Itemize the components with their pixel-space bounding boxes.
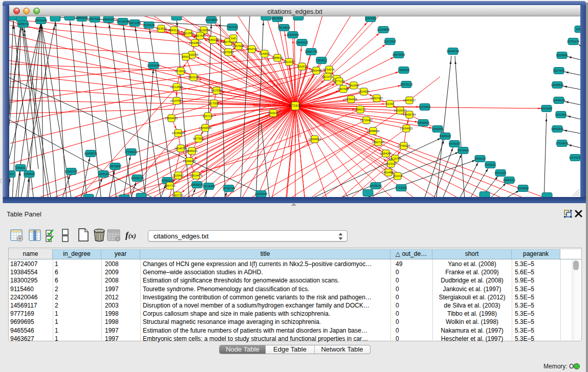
svg-text:9684067: 9684067 <box>380 152 391 155</box>
svg-text:9527505: 9527505 <box>194 34 206 37</box>
svg-text:13226058: 13226058 <box>198 29 210 32</box>
svg-text:2803144: 2803144 <box>188 76 199 79</box>
svg-text:13654923: 13654923 <box>400 127 413 130</box>
svg-text:7955812: 7955812 <box>316 59 327 62</box>
svg-text:62160: 62160 <box>386 102 394 105</box>
svg-text:10975867: 10975867 <box>109 165 122 168</box>
svg-text:1930027: 1930027 <box>268 112 279 115</box>
svg-text:10958107: 10958107 <box>191 183 204 186</box>
svg-text:2935114: 2935114 <box>474 157 485 160</box>
svg-text:12213563: 12213563 <box>170 85 183 89</box>
svg-text:18724007: 18724007 <box>288 104 303 107</box>
svg-text:16961755: 16961755 <box>305 50 318 53</box>
svg-text:14120746: 14120746 <box>389 157 402 160</box>
svg-text:16154808: 16154808 <box>377 28 390 31</box>
svg-text:7357224: 7357224 <box>227 26 238 29</box>
svg-text:10025438: 10025438 <box>394 109 407 112</box>
svg-text:19218506: 19218506 <box>278 26 291 29</box>
svg-text:2718119: 2718119 <box>175 70 186 73</box>
svg-text:20206576: 20206576 <box>84 152 97 155</box>
svg-text:5875685: 5875685 <box>223 51 234 54</box>
svg-text:20364436: 20364436 <box>345 98 358 101</box>
svg-text:2087682: 2087682 <box>365 17 376 20</box>
svg-text:13495794: 13495794 <box>403 113 416 116</box>
svg-text:9227342: 9227342 <box>553 69 564 72</box>
svg-text:19166825: 19166825 <box>172 132 185 135</box>
svg-text:13975125: 13975125 <box>400 83 413 86</box>
svg-text:9777169: 9777169 <box>334 80 345 83</box>
svg-text:1621072: 1621072 <box>322 75 333 78</box>
svg-text:16914479: 16914479 <box>190 174 203 177</box>
svg-text:15751074: 15751074 <box>567 40 580 43</box>
svg-text:16671355: 16671355 <box>128 21 141 25</box>
svg-text:19384554: 19384554 <box>309 138 321 141</box>
svg-text:10688609: 10688609 <box>367 129 380 133</box>
svg-text:7625402: 7625402 <box>172 174 184 177</box>
svg-text:8471626: 8471626 <box>495 171 506 174</box>
svg-text:1615112: 1615112 <box>385 162 396 165</box>
svg-text:17359924: 17359924 <box>125 150 138 154</box>
svg-text:9245682: 9245682 <box>517 187 529 190</box>
svg-text:16046768: 16046768 <box>175 147 187 150</box>
svg-text:21053346: 21053346 <box>147 64 160 67</box>
svg-text:1145119: 1145119 <box>98 172 109 176</box>
svg-text:9115460: 9115460 <box>419 105 430 108</box>
svg-text:98901: 98901 <box>182 55 190 58</box>
svg-text:9657779: 9657779 <box>172 194 183 197</box>
svg-text:20691406: 20691406 <box>35 19 48 22</box>
svg-text:1640954: 1640954 <box>432 127 443 130</box>
svg-text:12342757: 12342757 <box>65 170 78 173</box>
svg-text:39151: 39151 <box>9 172 14 176</box>
svg-text:7485093: 7485093 <box>398 69 409 72</box>
svg-text:8660124: 8660124 <box>168 29 180 32</box>
svg-text:6966160: 6966160 <box>103 18 114 21</box>
svg-text:7663822: 7663822 <box>156 27 167 30</box>
svg-text:15720407: 15720407 <box>360 119 373 122</box>
svg-text:2367608: 2367608 <box>233 45 244 48</box>
svg-text:16640910: 16640910 <box>296 41 309 44</box>
svg-text:17957223: 17957223 <box>161 179 174 182</box>
svg-text:9734074: 9734074 <box>323 68 335 71</box>
svg-text:12923448: 12923448 <box>255 192 268 195</box>
svg-text:6497568: 6497568 <box>338 87 349 91</box>
svg-text:9146821: 9146821 <box>259 52 270 55</box>
svg-text:1621064: 1621064 <box>555 113 567 116</box>
svg-text:16543862: 16543862 <box>189 41 202 45</box>
svg-text:14524851: 14524851 <box>382 171 395 174</box>
svg-text:17016504: 17016504 <box>556 142 569 145</box>
svg-text:8990448: 8990448 <box>311 69 322 72</box>
svg-text:8813054: 8813054 <box>272 17 283 20</box>
svg-text:13716485: 13716485 <box>203 185 215 188</box>
svg-text:1562615: 1562615 <box>296 65 308 68</box>
svg-text:1588520: 1588520 <box>272 56 283 59</box>
svg-text:5877832: 5877832 <box>193 137 204 140</box>
svg-text:8938923: 8938923 <box>440 135 451 138</box>
svg-text:11578: 11578 <box>576 28 580 31</box>
svg-text:8912954: 8912954 <box>183 32 194 35</box>
svg-text:8215958: 8215958 <box>541 107 552 110</box>
svg-text:12675308: 12675308 <box>569 156 580 159</box>
svg-text:12905135: 12905135 <box>131 177 144 180</box>
svg-text:11325419: 11325419 <box>287 33 299 36</box>
svg-text:3267130: 3267130 <box>202 115 213 118</box>
svg-text:7632621: 7632621 <box>485 163 496 166</box>
svg-text:16107573: 16107573 <box>170 99 183 102</box>
svg-text:7515526: 7515526 <box>143 24 155 27</box>
svg-text:1527602: 1527602 <box>89 17 100 20</box>
svg-text:16033809: 16033809 <box>205 18 218 21</box>
svg-text:12093832: 12093832 <box>551 83 564 86</box>
svg-text:14353594: 14353594 <box>199 126 212 129</box>
svg-text:10973493: 10973493 <box>393 53 405 56</box>
svg-text:7462066: 7462066 <box>348 84 359 87</box>
svg-text:546: 546 <box>231 37 235 40</box>
svg-text:10807487: 10807487 <box>371 97 383 100</box>
svg-text:16099489: 16099489 <box>183 160 196 163</box>
svg-text:7986372: 7986372 <box>355 108 366 111</box>
svg-text:9329966: 9329966 <box>556 54 568 57</box>
svg-text:1733426: 1733426 <box>396 186 407 189</box>
svg-text:252214: 252214 <box>393 174 403 178</box>
svg-text:335001: 335001 <box>16 166 26 169</box>
svg-text:14055712: 14055712 <box>17 23 30 26</box>
svg-text:6479197: 6479197 <box>449 142 460 145</box>
svg-text:19654925: 19654925 <box>165 117 178 120</box>
